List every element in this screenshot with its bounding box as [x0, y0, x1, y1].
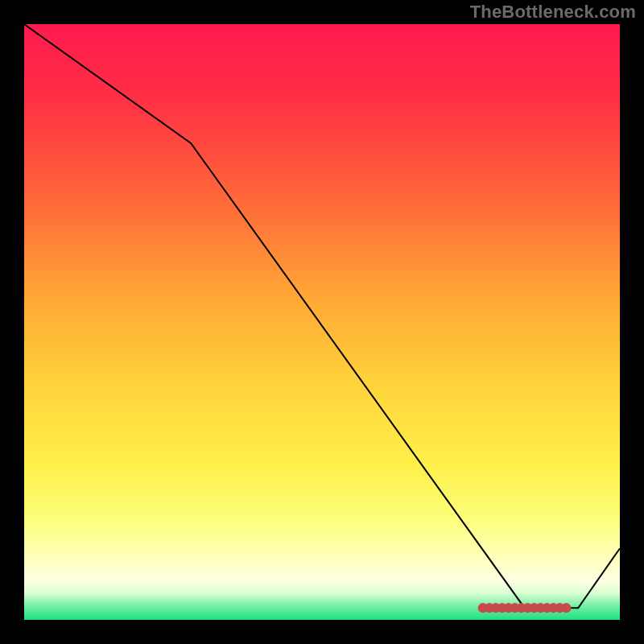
- data-markers: [24, 24, 620, 620]
- watermark-text: TheBottleneck.com: [470, 2, 636, 23]
- data-marker: [562, 604, 570, 612]
- chart-frame: TheBottleneck.com: [0, 0, 644, 644]
- plot-area: [24, 24, 620, 620]
